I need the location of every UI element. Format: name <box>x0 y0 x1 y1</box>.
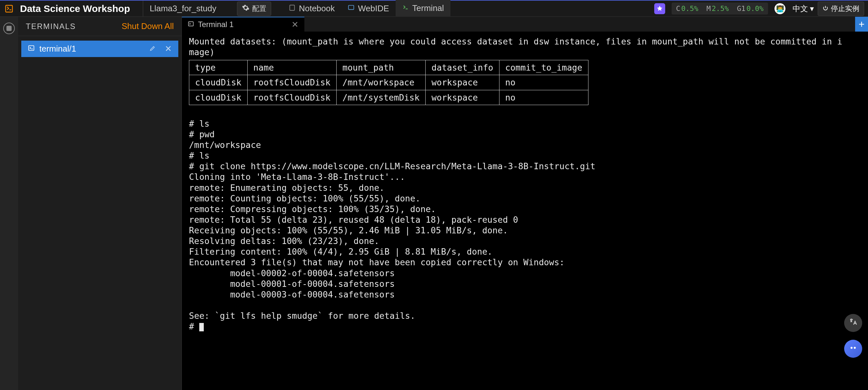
table-cell: cloudDisk <box>189 75 248 90</box>
terminal-pre-text: Mounted datasets: (mount_path is where y… <box>189 36 842 57</box>
table-cell: rootfsCloudDisk <box>247 75 336 90</box>
gpu-value: 0.0% <box>746 4 764 12</box>
table-cell: no <box>499 90 588 105</box>
assistant-icon <box>848 343 858 355</box>
table-header-cell: mount_path <box>336 60 425 75</box>
table-cell: /mnt/systemDisk <box>336 90 425 105</box>
svg-rect-2 <box>348 5 354 10</box>
language-selector[interactable]: 中文 ▾ <box>793 4 814 14</box>
table-cell: /mnt/workspace <box>336 75 425 90</box>
tab-close-icon[interactable]: ✕ <box>291 20 299 30</box>
gpu-label: G1 <box>737 4 746 12</box>
terminal-output[interactable]: Mounted datasets: (mount_path is where y… <box>182 32 868 390</box>
sidebar: TERMINALS Shut Down All terminal/1 ✕ <box>18 17 182 390</box>
mounted-datasets-table: typenamemount_pathdataset_infocommit_to_… <box>189 60 588 105</box>
add-tab-button[interactable]: + <box>855 17 868 32</box>
table-header-cell: name <box>247 60 336 75</box>
table-cell: rootfsCloudDisk <box>247 90 336 105</box>
instance-name: Llama3_for_study <box>143 1 223 17</box>
webide-icon <box>348 4 355 13</box>
gear-icon <box>242 4 250 13</box>
table-cell: no <box>499 75 588 90</box>
config-button[interactable]: 配置 <box>237 2 271 16</box>
tab-terminal-icon <box>188 20 194 29</box>
power-icon <box>823 4 828 13</box>
shutdown-all-link[interactable]: Shut Down All <box>122 21 174 31</box>
notebook-icon <box>288 4 296 13</box>
svg-point-6 <box>854 347 856 349</box>
chevron-down-icon: ▾ <box>810 4 814 13</box>
table-header-cell: commit_to_image <box>499 60 588 75</box>
sidebar-item-label: terminal/1 <box>39 44 76 54</box>
extension-icon[interactable] <box>654 3 665 14</box>
floating-buttons <box>844 314 862 358</box>
top-header: Data Science Workshop Llama3_for_study 配… <box>0 0 868 17</box>
editor-tab-terminal-1[interactable]: Terminal 1 ✕ <box>182 17 304 32</box>
mem-value: 2.5% <box>712 4 729 12</box>
config-label: 配置 <box>252 4 266 13</box>
translate-icon <box>849 318 858 329</box>
terminal-item-icon <box>28 44 35 54</box>
mem-label: M <box>707 4 711 12</box>
terminal-post-text: # ls # pwd /mnt/workspace # ls # git clo… <box>189 119 595 331</box>
sidebar-title: TERMINALS <box>26 22 76 31</box>
svg-rect-4 <box>189 22 193 26</box>
editor-tab-label: Terminal 1 <box>198 20 234 29</box>
table-header-cell: dataset_info <box>426 60 499 75</box>
app-logo-icon <box>4 4 14 14</box>
tab-notebook[interactable]: Notebook <box>282 0 341 17</box>
activity-bar <box>0 17 18 390</box>
terminal-icon <box>402 3 409 13</box>
table-row: cloudDiskrootfsCloudDisk/mnt/systemDiskw… <box>189 90 588 105</box>
editor-area: Terminal 1 ✕ + Mounted datasets: (mount_… <box>182 17 868 390</box>
resource-stats: C0.5% M2.5% G10.0% <box>672 3 768 14</box>
terminal-cursor <box>199 323 204 331</box>
sidebar-item-terminal-1[interactable]: terminal/1 ✕ <box>21 41 178 57</box>
svg-rect-1 <box>290 5 295 11</box>
table-cell: cloudDisk <box>189 90 248 105</box>
table-header-cell: type <box>189 60 248 75</box>
stop-instance-button[interactable]: 停止实例 <box>818 2 864 16</box>
translate-button[interactable] <box>844 314 862 332</box>
table-row: cloudDiskrootfsCloudDisk/mnt/workspacewo… <box>189 75 588 90</box>
cpu-value: 0.5% <box>681 4 699 12</box>
avatar[interactable]: 👨‍💻 <box>774 3 785 14</box>
tab-webide[interactable]: WebIDE <box>341 0 395 17</box>
activity-terminals-icon[interactable] <box>3 23 15 34</box>
edit-icon[interactable] <box>149 44 156 54</box>
table-cell: workspace <box>426 75 499 90</box>
table-cell: workspace <box>426 90 499 105</box>
close-icon[interactable]: ✕ <box>165 44 172 54</box>
svg-rect-3 <box>29 46 34 51</box>
svg-point-5 <box>850 347 852 349</box>
svg-rect-0 <box>6 5 12 12</box>
app-title: Data Science Workshop <box>20 3 130 14</box>
tab-terminal[interactable]: Terminal <box>396 0 451 17</box>
tab-bar: Terminal 1 ✕ + <box>182 17 868 32</box>
assistant-button[interactable] <box>844 340 862 358</box>
cpu-label: C <box>676 4 680 12</box>
